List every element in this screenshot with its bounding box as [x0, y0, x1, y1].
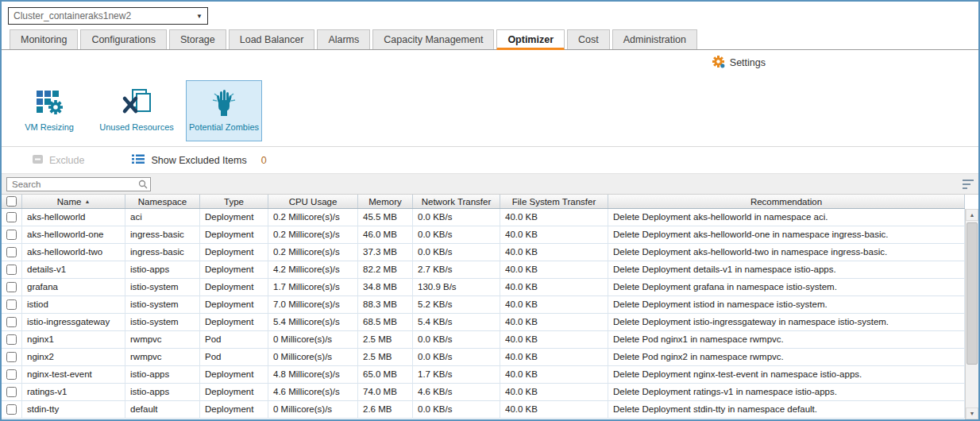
table-options-icon[interactable]: [963, 180, 974, 189]
column-header-file-system-transfer[interactable]: File System Transfer: [500, 195, 608, 208]
table-row[interactable]: grafanaistio-systemDeployment1.7 Millico…: [2, 279, 965, 296]
tab-cost[interactable]: Cost: [567, 29, 610, 49]
cell-type: Deployment: [200, 209, 268, 226]
optimizer-tools: VM Resizing Unused Resources: [2, 75, 978, 147]
cell-type: Deployment: [200, 279, 268, 296]
cell-cpu: 5.4 Millicore(s)/s: [268, 314, 358, 331]
cell-fs: 40.0 KB: [500, 401, 608, 419]
vm-resizing-icon: [34, 87, 64, 118]
cell-namespace: istio-apps: [125, 384, 200, 401]
row-checkbox[interactable]: [6, 352, 17, 362]
row-checkbox[interactable]: [6, 230, 17, 240]
tab-load-balancer[interactable]: Load Balancer: [229, 29, 315, 49]
cell-type: Deployment: [200, 366, 268, 384]
column-header-memory[interactable]: Memory: [358, 195, 413, 208]
cell-cpu: 0 Millicore(s)/s: [268, 349, 358, 366]
cell-rec: Delete Deployment istio-ingressgateway i…: [608, 314, 965, 331]
settings-button[interactable]: Settings: [712, 55, 766, 71]
row-checkbox[interactable]: [6, 387, 17, 397]
scroll-down-button[interactable]: ▼: [966, 407, 978, 419]
cell-name: ratings-v1: [22, 384, 125, 401]
column-header-network-transfer[interactable]: Network Transfer: [413, 195, 500, 208]
cluster-selector-value: Cluster_containeraks1new2: [14, 10, 131, 21]
row-checkbox-cell: [2, 331, 22, 349]
show-excluded-items-button[interactable]: Show Excluded Items: [132, 154, 246, 167]
row-checkbox-cell: [2, 366, 22, 384]
tab-storage[interactable]: Storage: [169, 29, 226, 49]
cell-rec: Delete Deployment aks-helloworld-one in …: [608, 226, 965, 244]
tab-monitoring[interactable]: Monitoring: [10, 29, 78, 49]
tool-unused-resources[interactable]: Unused Resources: [98, 80, 175, 141]
table-row[interactable]: aks-helloworld-oneingress-basicDeploymen…: [2, 226, 965, 244]
tool-vm-resizing[interactable]: VM Resizing: [11, 80, 87, 141]
table-row[interactable]: ratings-v1istio-appsDeployment4.6 Millic…: [2, 384, 965, 401]
row-checkbox[interactable]: [6, 247, 17, 257]
row-checkbox[interactable]: [6, 404, 17, 415]
row-checkbox[interactable]: [6, 265, 17, 275]
tab-configurations[interactable]: Configurations: [80, 29, 167, 49]
cell-network: 0.0 KB/s: [413, 244, 500, 261]
cell-type: Pod: [200, 331, 268, 349]
cell-namespace: ingress-basic: [125, 244, 200, 261]
tool-potential-zombies[interactable]: Potential Zombies: [186, 80, 262, 141]
row-checkbox[interactable]: [6, 282, 17, 292]
column-header-namespace[interactable]: Namespace: [125, 195, 200, 208]
exclude-icon: [32, 154, 44, 167]
cell-namespace: istio-system: [125, 314, 200, 331]
exclude-label: Exclude: [49, 155, 84, 166]
table-row[interactable]: stdin-ttydefaultDeployment0 Millicore(s)…: [2, 401, 965, 419]
tab-capacity-management[interactable]: Capacity Management: [372, 29, 494, 49]
cluster-selector[interactable]: Cluster_containeraks1new2 ▼: [8, 7, 208, 25]
cell-name: nginx1: [22, 331, 125, 349]
cell-memory: 2.5 MB: [358, 331, 413, 349]
table-scrollbar[interactable]: ▲ ▼: [965, 209, 978, 419]
row-checkbox-cell: [2, 261, 22, 279]
table-row[interactable]: details-v1istio-appsDeployment4.2 Millic…: [2, 261, 965, 279]
cell-rec: Delete Deployment ratings-v1 in namespac…: [608, 384, 965, 401]
cell-memory: 2.6 MB: [358, 401, 413, 419]
column-header-type[interactable]: Type: [200, 195, 268, 208]
cell-rec: Delete Deployment grafana in namespace i…: [608, 279, 965, 296]
scrollbar-thumb[interactable]: [966, 222, 978, 365]
cell-cpu: 4.2 Millicore(s)/s: [268, 261, 358, 279]
unused-resources-icon: [121, 87, 152, 118]
row-checkbox[interactable]: [6, 212, 17, 222]
column-header-name[interactable]: Name ▲: [22, 195, 125, 208]
cell-cpu: 0 Millicore(s)/s: [268, 331, 358, 349]
table-row[interactable]: nginx2rwmpvcPod0 Millicore(s)/s2.5 MB0.0…: [2, 349, 965, 366]
row-checkbox[interactable]: [6, 369, 17, 380]
column-header-recommendation[interactable]: Recommendation: [608, 195, 965, 208]
scrollbar-track[interactable]: [966, 221, 978, 407]
exclude-button[interactable]: Exclude: [32, 154, 84, 167]
optimizer-page: Cluster_containeraks1new2 ▼ Monitoring C…: [0, 0, 980, 421]
scroll-up-button[interactable]: ▲: [966, 209, 978, 221]
table-row[interactable]: aks-helloworld-twoingress-basicDeploymen…: [2, 244, 965, 261]
tab-alarms[interactable]: Alarms: [317, 29, 370, 49]
table-row[interactable]: istiodistio-systemDeployment7.0 Millicor…: [2, 296, 965, 314]
row-checkbox-cell: [2, 209, 22, 226]
tool-label: Potential Zombies: [189, 122, 259, 132]
potential-zombies-icon: [210, 87, 237, 118]
table-row[interactable]: nginx-test-eventistio-appsDeployment4.8 …: [2, 366, 965, 384]
tab-optimizer[interactable]: Optimizer: [496, 29, 565, 50]
select-all-checkbox[interactable]: [6, 196, 17, 207]
cell-memory: 88.3 MB: [358, 296, 413, 314]
cell-rec: Delete Deployment stdin-tty in namespace…: [608, 401, 965, 419]
column-header-cpu-usage[interactable]: CPU Usage: [268, 195, 358, 208]
cell-memory: 46.0 MB: [358, 226, 413, 244]
table-row[interactable]: istio-ingressgatewayistio-systemDeployme…: [2, 314, 965, 331]
cell-memory: 74.0 MB: [358, 384, 413, 401]
search-input[interactable]: [6, 177, 151, 191]
table-row[interactable]: aks-helloworldaciDeployment0.2 Millicore…: [2, 209, 965, 226]
row-checkbox[interactable]: [6, 317, 17, 327]
cell-name: istiod: [22, 296, 125, 314]
row-checkbox[interactable]: [6, 299, 17, 310]
row-checkbox[interactable]: [6, 334, 17, 345]
tab-administration[interactable]: Administration: [612, 29, 697, 49]
cell-type: Pod: [200, 349, 268, 366]
table-row[interactable]: nginx1rwmpvcPod0 Millicore(s)/s2.5 MB0.0…: [2, 331, 965, 349]
cell-fs: 40.0 KB: [500, 349, 608, 366]
row-checkbox-cell: [2, 244, 22, 261]
cell-type: Deployment: [200, 401, 268, 419]
row-checkbox-cell: [2, 314, 22, 331]
